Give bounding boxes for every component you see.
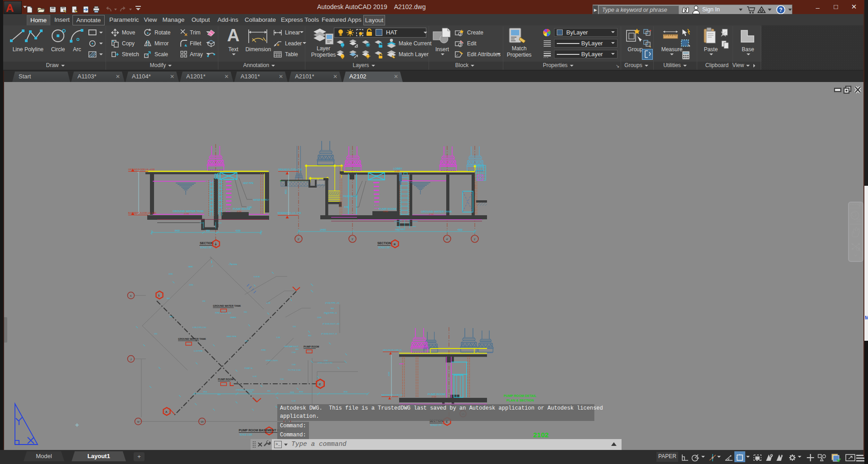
- svg-text:GROUND FLOOR LVL: GROUND FLOOR LVL: [383, 349, 402, 351]
- svg-text:7460: 7460: [395, 228, 400, 231]
- svg-text:450: 450: [295, 348, 299, 350]
- svg-text:3-38 (TYP) 2-50: 3-38 (TYP) 2-50: [193, 326, 207, 329]
- svg-text:B: B: [394, 243, 396, 246]
- svg-text:BASEMENT FLOOR LVL -4.50: BASEMENT FLOOR LVL -4.50: [128, 212, 156, 214]
- svg-text:4560: 4560: [458, 228, 463, 231]
- svg-text:120: 120: [293, 325, 296, 328]
- svg-text:FRESH WATER: FRESH WATER: [343, 195, 358, 198]
- svg-text:-4.500: -4.500: [431, 396, 437, 398]
- svg-text:SCALE 1:50: SCALE 1:50: [378, 246, 390, 249]
- svg-text:?: ?: [779, 7, 782, 13]
- svg-text:GROUND WATER TANK: GROUND WATER TANK: [173, 209, 204, 213]
- svg-text:C: C: [319, 383, 321, 386]
- svg-text:-4.500: -4.500: [429, 213, 434, 215]
- svg-text:1240: 1240: [189, 284, 193, 286]
- svg-text:BASEMENT FLOOR LVL: BASEMENT FLOOR LVL: [381, 394, 403, 396]
- svg-text:PUMP ROOM DETAIL: PUMP ROOM DETAIL: [504, 394, 537, 398]
- svg-text:PUMP 3x: PUMP 3x: [245, 367, 253, 369]
- svg-text:N: N: [137, 420, 139, 423]
- svg-text:2455: 2455: [169, 273, 173, 275]
- svg-text:DN: DN: [203, 300, 205, 302]
- svg-text:350: 350: [308, 334, 312, 337]
- svg-text:-4.500: -4.500: [236, 210, 242, 213]
- svg-text:450: 450: [169, 315, 173, 318]
- svg-text:14400: 14400: [320, 228, 326, 231]
- svg-text:300: 300: [267, 390, 271, 392]
- svg-text:9-25 M: 9-25 M: [254, 276, 260, 278]
- svg-text:GROUND WATER TANK: GROUND WATER TANK: [421, 210, 452, 213]
- svg-text:4': 4': [446, 238, 448, 241]
- svg-text:OPEN 1.2x0.6: OPEN 1.2x0.6: [265, 359, 278, 362]
- svg-text:1800: 1800: [343, 391, 348, 393]
- svg-text:-4.500: -4.500: [383, 210, 388, 213]
- svg-text:SCALE 1:50: SCALE 1:50: [200, 246, 212, 249]
- svg-text:2-64: 2-64: [292, 351, 296, 353]
- svg-text:4560: 4560: [299, 391, 304, 393]
- svg-text:560: 560: [331, 307, 334, 309]
- svg-text:+0.000: +0.000: [394, 170, 400, 172]
- svg-text:150: 150: [244, 311, 247, 313]
- svg-text:8400: 8400: [175, 229, 180, 232]
- svg-text:VENT PIPE: VENT PIPE: [243, 182, 253, 184]
- svg-text:(P 1004) DUCT +60: (P 1004) DUCT +60: [323, 323, 340, 325]
- svg-text:PUMP ROOM: PUMP ROOM: [379, 207, 396, 210]
- svg-text:BASEMENT FL LVL -4.50: BASEMENT FL LVL -4.50: [278, 212, 301, 214]
- svg-text:GROUND WATER TANK: GROUND WATER TANK: [213, 304, 241, 307]
- svg-text:PUMP ROOM: PUMP ROOM: [428, 392, 445, 396]
- svg-text:LINE: LINE: [247, 206, 252, 208]
- svg-text:J: J: [130, 358, 132, 361]
- svg-text:4500: 4500: [388, 372, 390, 376]
- svg-text:6-19 PIPE: 6-19 PIPE: [194, 350, 203, 352]
- svg-text:2-50: 2-50: [280, 378, 284, 380]
- svg-text:SECTION: SECTION: [200, 242, 213, 245]
- svg-text:GROUND FL (TYP) +0.00: GROUND FL (TYP) +0.00: [278, 169, 302, 171]
- svg-text:DRAIN: DRAIN: [230, 316, 236, 319]
- svg-text:(P 1003) DUCT +6: (P 1003) DUCT +6: [321, 333, 337, 335]
- svg-text:1240: 1240: [317, 316, 322, 319]
- svg-text:2D: 2D: [856, 218, 862, 222]
- svg-text:1': 1': [474, 238, 476, 241]
- svg-text:980: 980: [167, 297, 170, 300]
- svg-text:2-64: 2-64: [276, 336, 280, 338]
- svg-text:950: 950: [206, 229, 210, 232]
- svg-text:4500: 4500: [285, 189, 287, 194]
- svg-text:VENT PIPE: VENT PIPE: [227, 335, 236, 338]
- svg-text:+0.000: +0.000: [183, 213, 189, 215]
- svg-text:(P-65) PIPE +24: (P-65) PIPE +24: [325, 302, 339, 304]
- svg-text:WATER SUPPLY: WATER SUPPLY: [253, 199, 269, 201]
- svg-text:GROUND WATER TANK: GROUND WATER TANK: [178, 338, 206, 340]
- svg-text:SCALE 1:100: SCALE 1:100: [240, 434, 252, 436]
- svg-text:2-64: 2-64: [292, 363, 296, 366]
- svg-text:150: 150: [245, 340, 248, 342]
- svg-text:PUMP ROOM: PUMP ROOM: [304, 345, 319, 348]
- svg-text:SECTION: SECTION: [377, 242, 391, 245]
- svg-text:6-24: 6-24: [253, 375, 257, 377]
- svg-text:4150: 4150: [236, 229, 241, 232]
- svg-text:7460: 7460: [248, 391, 253, 393]
- svg-text:PIPE SLEEVE 100: PIPE SLEEVE 100: [215, 312, 231, 314]
- svg-text:3': 3': [352, 238, 353, 241]
- svg-text:(P-64) PIPE +6: (P-64) PIPE +6: [324, 312, 337, 314]
- svg-text:15: 15: [201, 420, 204, 423]
- svg-text:SCALE 1:50: SCALE 1:50: [430, 424, 442, 426]
- svg-text:K: K: [130, 295, 132, 297]
- svg-text:TANK: TANK: [188, 266, 193, 268]
- svg-text:2102: 2102: [533, 431, 549, 439]
- svg-text:120: 120: [154, 333, 158, 335]
- svg-text:GROUND FLOOR LVL +0.00: GROUND FLOOR LVL +0.00: [128, 169, 155, 171]
- svg-text:PLAN & SECTION: PLAN & SECTION: [506, 398, 534, 402]
- svg-text:A: A: [165, 411, 168, 413]
- svg-text:1800: 1800: [203, 391, 207, 393]
- svg-text:PIPE: PIPE: [261, 349, 266, 351]
- svg-text:1: 1: [158, 294, 160, 297]
- svg-text:2': 2': [298, 238, 299, 241]
- svg-text:2400: 2400: [290, 391, 294, 393]
- svg-text:2.13: 2.13: [324, 359, 328, 362]
- svg-text:A: A: [215, 243, 217, 246]
- svg-text:PIPE: PIPE: [344, 206, 349, 208]
- svg-text:PUMP ROOM: PUMP ROOM: [218, 378, 234, 381]
- svg-text:6-24: 6-24: [292, 400, 296, 402]
- svg-text:P.D 75 & 1.100: P.D 75 & 1.100: [288, 369, 301, 371]
- svg-text:C.W.PIPE: C.W.PIPE: [229, 263, 237, 266]
- svg-text:VENT AIR DUCT: VENT AIR DUCT: [284, 345, 299, 348]
